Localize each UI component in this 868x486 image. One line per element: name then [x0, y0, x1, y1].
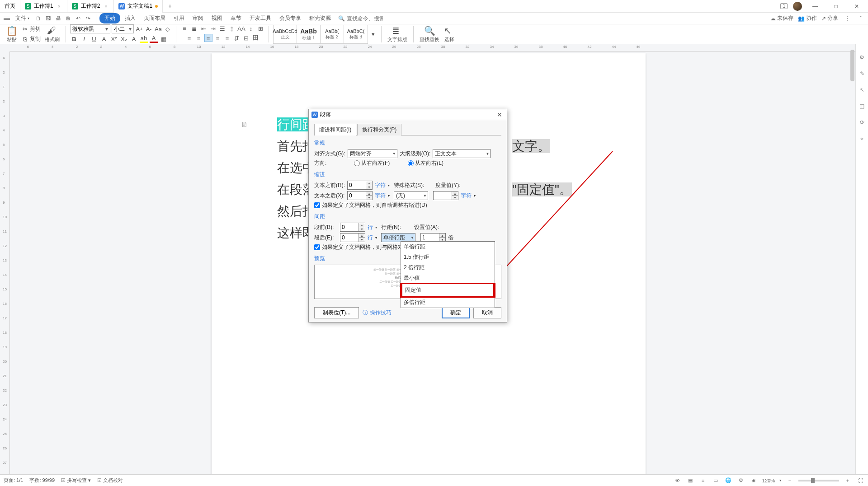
unit-chars[interactable]: 字符 [461, 192, 472, 200]
eye-icon[interactable]: 👁 [674, 477, 682, 485]
new-tab-button[interactable]: ＋ [163, 0, 177, 13]
font-color-button[interactable]: A [150, 35, 158, 43]
grid-adjust-checkbox[interactable]: 如果定义了文档网格，则自动调整右缩进(D) [314, 201, 501, 209]
dd-item-multiple[interactable]: 多倍行距 [401, 297, 495, 308]
close-window-icon[interactable]: ✕ [849, 1, 864, 12]
reading-view-icon[interactable]: ▭ [712, 477, 720, 485]
tab-workbook1[interactable]: S 工作簿1 × [20, 0, 67, 13]
select-button[interactable]: ↖选择 [442, 24, 457, 44]
tab-section[interactable]: 章节 [227, 13, 245, 23]
align-left-button[interactable]: ≡ [185, 34, 193, 42]
cut-button[interactable]: ✂剪切 [20, 24, 42, 34]
align-center-button[interactable]: ≡ [195, 34, 203, 42]
minimize-icon[interactable]: — [807, 1, 823, 12]
cancel-button[interactable]: 取消 [473, 307, 501, 318]
fullscreen-icon[interactable]: ⛶ [856, 477, 864, 485]
unit-line[interactable]: 行 [368, 234, 373, 242]
bold-button[interactable]: B [70, 35, 78, 43]
zoom-level[interactable]: 120% [762, 478, 775, 483]
spin-up-icon[interactable]: ▲ [359, 234, 365, 238]
zoom-out-icon[interactable]: − [786, 477, 794, 485]
spin-up-icon[interactable]: ▲ [366, 192, 372, 196]
paste-button[interactable]: 📋粘贴 [5, 24, 19, 44]
bullets-button[interactable]: ≡ [180, 24, 189, 33]
spin-down-icon[interactable]: ▼ [359, 227, 365, 231]
font-size-input[interactable] [114, 26, 127, 32]
ltr-radio[interactable]: 从左向右(L) [408, 159, 443, 167]
sort-button[interactable]: ☰ [218, 24, 226, 33]
style-heading1[interactable]: AaBb标题 1 [297, 25, 321, 43]
dialog-titlebar[interactable]: W 段落 ✕ [309, 109, 507, 120]
table-button[interactable]: 田 [252, 34, 260, 42]
tab-references[interactable]: 引用 [170, 13, 188, 23]
tab-resources[interactable]: 稻壳资源 [306, 13, 335, 23]
set-value-input[interactable] [421, 234, 439, 241]
qat-redo-icon[interactable]: ↷ [84, 14, 93, 23]
shrink-font-icon[interactable]: A- [145, 25, 153, 33]
copy-button[interactable]: ⎘复制 [20, 34, 42, 44]
print-layout-icon[interactable]: ▤ [686, 477, 694, 485]
font-family-input[interactable] [72, 26, 104, 32]
navigation-icon[interactable]: ◫ [858, 102, 866, 110]
spin-down-icon[interactable]: ▼ [359, 238, 365, 242]
measure-input[interactable] [434, 192, 452, 199]
outline-combo[interactable]: 正文文本▼ [433, 149, 491, 158]
avatar[interactable] [793, 2, 802, 11]
zoom-slider[interactable] [798, 480, 839, 481]
open-doc-count[interactable]: 1 [780, 3, 788, 9]
find-replace-button[interactable]: 🔍查找替换 [418, 24, 441, 44]
tab-developer[interactable]: 开发工具 [246, 13, 275, 23]
spin-up-icon[interactable]: ▲ [439, 234, 445, 238]
rtl-radio[interactable]: 从右向左(F) [354, 159, 390, 167]
before-para-input[interactable] [340, 224, 359, 230]
unit-chars[interactable]: 字符 [375, 182, 386, 189]
dd-item-fixed[interactable]: 固定值 [400, 283, 495, 298]
outline-view-icon[interactable]: ≡ [699, 477, 707, 485]
qat-preview-icon[interactable]: 🗎 [64, 14, 73, 23]
borders-button[interactable]: ⊞ [256, 24, 264, 33]
spellcheck-toggle[interactable]: ☑ 拼写检查 ▾ [61, 477, 91, 484]
vertical-scrollbar[interactable] [850, 50, 854, 81]
after-para-spinner[interactable]: ▲▼ [340, 233, 365, 242]
spin-up-icon[interactable]: ▲ [452, 192, 458, 196]
tab-document1[interactable]: W 文字文稿1 [114, 0, 163, 13]
dialog-close-icon[interactable]: ✕ [495, 111, 504, 118]
select-icon[interactable]: ↖ [858, 86, 866, 94]
after-para-input[interactable] [340, 234, 359, 241]
collapse-ribbon-icon[interactable]: ˄ [856, 14, 865, 23]
reveal-button[interactable]: AA [237, 24, 245, 33]
before-text-input[interactable] [348, 182, 366, 188]
dialog-tab-indent[interactable]: 缩进和间距(I) [314, 124, 356, 136]
settings-icon[interactable]: ⚙ [858, 53, 866, 61]
dialog-tab-pagebreak[interactable]: 换行和分页(P) [357, 124, 401, 136]
special-combo[interactable]: (无)▼ [394, 191, 428, 200]
tab-insert[interactable]: 插入 [121, 13, 139, 23]
numbering-button[interactable]: ≣ [190, 24, 198, 33]
page-indicator[interactable]: 页面: 1/1 [4, 477, 23, 484]
style-normal[interactable]: AaBbCcDd正文 [274, 25, 297, 43]
spin-down-icon[interactable]: ▼ [452, 196, 458, 200]
before-text-spinner[interactable]: ▲▼ [347, 181, 373, 190]
spin-down-icon[interactable]: ▼ [366, 196, 372, 200]
web-layout-icon[interactable]: 🌐 [724, 477, 732, 485]
font-size-combo[interactable]: ▾ [112, 24, 134, 33]
zoom-in-icon[interactable]: + [844, 477, 852, 485]
horizontal-ruler[interactable]: 6422468101214161820222426283032343638404… [10, 44, 855, 51]
line-spacing-button[interactable]: ‡ [228, 24, 236, 33]
proofing-toggle[interactable]: ☑ 文档校对 [97, 477, 123, 484]
hamburger-icon[interactable] [3, 15, 11, 22]
style-heading3[interactable]: AaBbC(标题 3 [344, 25, 368, 43]
vertical-ruler[interactable]: 4212345678910111213141516171819202122232… [0, 51, 10, 474]
style-gallery[interactable]: AaBbCcDd正文 AaBb标题 1 AaBb(标题 2 AaBbC(标题 3 [273, 25, 368, 44]
distribute-button[interactable]: ≡ [223, 34, 231, 42]
text-direction-button[interactable]: ↕ [247, 24, 255, 33]
line-spacing-combo[interactable]: 单倍行距▼ [381, 233, 415, 242]
before-para-spinner[interactable]: ▲▼ [340, 223, 365, 232]
change-case-icon[interactable]: Aa [154, 25, 162, 33]
dd-item-1-5[interactable]: 1.5 倍行距 [401, 252, 495, 262]
command-search[interactable]: 🔍 [338, 15, 383, 22]
align-combo[interactable]: 两端对齐▼ [348, 149, 397, 158]
tab-workbook2[interactable]: S 工作簿2 × [67, 0, 114, 13]
tab-home[interactable]: 首页 [0, 0, 20, 13]
maximize-icon[interactable]: □ [828, 1, 844, 12]
